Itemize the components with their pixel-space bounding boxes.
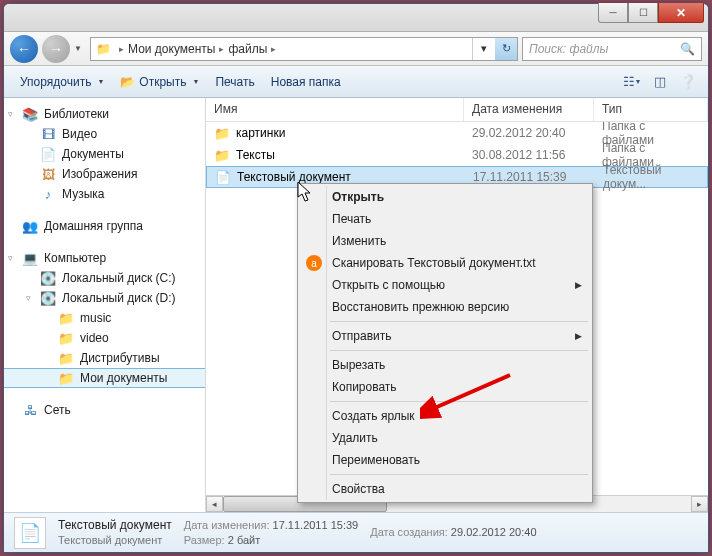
ctx-open[interactable]: Открыть [300, 186, 590, 208]
tree-homegroup[interactable]: 👥Домашняя группа [4, 216, 205, 236]
scroll-left-button[interactable]: ◂ [206, 496, 223, 512]
tree-video[interactable]: 🎞Видео [4, 124, 205, 144]
organize-menu[interactable]: Упорядочить▼ [12, 72, 112, 92]
ctx-scan[interactable]: aСканировать Текстовый документ.txt [300, 252, 590, 274]
back-button[interactable]: ← [10, 35, 38, 63]
open-button[interactable]: 📂Открыть▼ [112, 72, 207, 92]
status-filetype: Текстовый документ [58, 533, 172, 548]
navigation-pane: ▿📚Библиотеки 🎞Видео 📄Документы 🖼Изображе… [4, 98, 206, 512]
column-date[interactable]: Дата изменения [464, 98, 594, 121]
ctx-rename[interactable]: Переименовать [300, 449, 590, 471]
separator [330, 321, 588, 322]
file-date: 17.11.2011 15:39 [465, 170, 595, 184]
address-bar[interactable]: 📁 ▸ Мои документы ▸ файлы ▸ ▾ ↻ [90, 37, 518, 61]
file-date: 30.08.2012 11:56 [464, 148, 594, 162]
titlebar[interactable]: ─ ☐ ✕ [4, 4, 708, 32]
collapse-icon[interactable]: ▿ [8, 109, 13, 119]
ctx-print[interactable]: Печать [300, 208, 590, 230]
breadcrumb-arrow-icon[interactable]: ▸ [267, 44, 280, 54]
homegroup-icon: 👥 [22, 218, 38, 234]
folder-icon: 📁 [214, 125, 230, 141]
maximize-button[interactable]: ☐ [628, 3, 658, 23]
file-name: Текстовый документ [237, 170, 351, 184]
tree-network[interactable]: 🖧Сеть [4, 400, 205, 420]
ctx-properties[interactable]: Свойства [300, 478, 590, 500]
separator [330, 401, 588, 402]
new-folder-button[interactable]: Новая папка [263, 72, 349, 92]
scroll-right-button[interactable]: ▸ [691, 496, 708, 512]
libraries-icon: 📚 [22, 106, 38, 122]
submenu-arrow-icon: ▶ [575, 331, 582, 341]
text-file-icon: 📄 [215, 169, 231, 185]
network-icon: 🖧 [22, 402, 38, 418]
tree-folder-video[interactable]: 📁video [4, 328, 205, 348]
breadcrumb-segment[interactable]: файлы [228, 42, 267, 56]
tree-folder-mydocs[interactable]: 📁Мои документы [4, 368, 205, 388]
folder-icon: 📁 [58, 370, 74, 386]
file-date: 29.02.2012 20:40 [464, 126, 594, 140]
collapse-icon[interactable]: ▿ [26, 293, 31, 303]
folder-icon: 📁 [214, 147, 230, 163]
images-icon: 🖼 [40, 166, 56, 182]
tree-libraries[interactable]: ▿📚Библиотеки [4, 104, 205, 124]
file-name: картинки [236, 126, 285, 140]
drive-icon: 💽 [40, 290, 56, 306]
breadcrumb-segment[interactable]: Мои документы [128, 42, 215, 56]
folder-icon: 📁 [95, 41, 111, 57]
search-input[interactable]: Поиск: файлы 🔍 [522, 37, 702, 61]
folder-icon: 📁 [58, 310, 74, 326]
toolbar: Упорядочить▼ 📂Открыть▼ Печать Новая папк… [4, 66, 708, 98]
tree-documents[interactable]: 📄Документы [4, 144, 205, 164]
drive-icon: 💽 [40, 270, 56, 286]
close-button[interactable]: ✕ [658, 3, 704, 23]
submenu-arrow-icon: ▶ [575, 280, 582, 290]
documents-icon: 📄 [40, 146, 56, 162]
collapse-icon[interactable]: ▿ [8, 253, 13, 263]
search-placeholder: Поиск: файлы [529, 42, 608, 56]
help-button[interactable]: ❔ [676, 71, 700, 93]
column-name[interactable]: Имя [206, 98, 464, 121]
details-pane: 📄 Текстовый документ Текстовый документ … [4, 512, 708, 552]
breadcrumb-arrow-icon[interactable]: ▸ [215, 44, 228, 54]
minimize-button[interactable]: ─ [598, 3, 628, 23]
ctx-openwith[interactable]: Открыть с помощью▶ [300, 274, 590, 296]
search-icon: 🔍 [680, 42, 695, 56]
file-type: Текстовый докум... [595, 163, 707, 191]
separator [330, 474, 588, 475]
preview-pane-button[interactable]: ◫ [648, 71, 672, 93]
ctx-copy[interactable]: Копировать [300, 376, 590, 398]
tree-music[interactable]: ♪Музыка [4, 184, 205, 204]
file-type-icon: 📄 [14, 517, 46, 549]
status-filename: Текстовый документ [58, 518, 172, 533]
ctx-delete[interactable]: Удалить [300, 427, 590, 449]
tree-folder-distrib[interactable]: 📁Дистрибутивы [4, 348, 205, 368]
avast-icon: a [306, 255, 322, 271]
tree-disk-c[interactable]: 💽Локальный диск (C:) [4, 268, 205, 288]
tree-folder-music[interactable]: 📁music [4, 308, 205, 328]
address-dropdown[interactable]: ▾ [473, 38, 495, 60]
ctx-restore[interactable]: Восстановить прежнюю версию [300, 296, 590, 318]
separator [330, 350, 588, 351]
ctx-edit[interactable]: Изменить [300, 230, 590, 252]
folder-icon: 📁 [58, 350, 74, 366]
file-name: Тексты [236, 148, 275, 162]
forward-button[interactable]: → [42, 35, 70, 63]
breadcrumb-arrow-icon[interactable]: ▸ [115, 44, 128, 54]
history-dropdown[interactable]: ▼ [74, 44, 86, 53]
ctx-shortcut[interactable]: Создать ярлык [300, 405, 590, 427]
column-headers: Имя Дата изменения Тип [206, 98, 708, 122]
refresh-button[interactable]: ↻ [495, 38, 517, 60]
ctx-sendto[interactable]: Отправить▶ [300, 325, 590, 347]
video-icon: 🎞 [40, 126, 56, 142]
column-type[interactable]: Тип [594, 98, 708, 121]
context-menu: Открыть Печать Изменить aСканировать Тек… [297, 183, 593, 503]
navigation-bar: ← → ▼ 📁 ▸ Мои документы ▸ файлы ▸ ▾ ↻ По… [4, 32, 708, 66]
view-menu[interactable]: ☷ ▼ [620, 71, 644, 93]
tree-images[interactable]: 🖼Изображения [4, 164, 205, 184]
ctx-cut[interactable]: Вырезать [300, 354, 590, 376]
tree-disk-d[interactable]: ▿💽Локальный диск (D:) [4, 288, 205, 308]
print-button[interactable]: Печать [207, 72, 262, 92]
computer-icon: 💻 [22, 250, 38, 266]
open-icon: 📂 [120, 75, 135, 89]
tree-computer[interactable]: ▿💻Компьютер [4, 248, 205, 268]
